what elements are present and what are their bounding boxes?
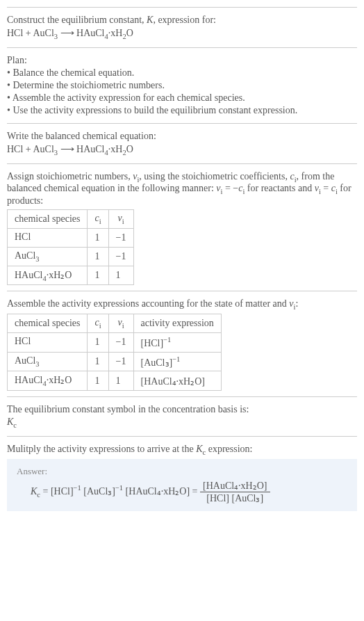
kc: K: [7, 417, 13, 427]
section-assign: Assign stoichiometric numbers, νi, using…: [7, 163, 357, 291]
header-suffix: , expression for:: [153, 15, 216, 25]
product-end: O: [126, 144, 133, 154]
table-row: HCl 1 −1 [HCl]−1: [8, 332, 222, 352]
col-activity: activity expression: [133, 314, 221, 333]
c-cell: 1: [88, 228, 108, 247]
reaction-balanced: HCl + AuCl3 ⟶ HAuCl4·xH2O: [7, 143, 357, 156]
intro-prefix: Assemble the activity expressions accoun…: [7, 298, 289, 309]
answer-block: Answer: Kc = [HCl]−1 [AuCl₃]−1 [HAuCl₄·x…: [7, 459, 357, 511]
c-cell: 1: [88, 371, 108, 391]
plan-bullet: • Use the activity expressions to build …: [7, 105, 357, 116]
table-row: HCl 1 −1: [8, 228, 134, 247]
table-header-row: chemical species ci νi: [8, 210, 134, 229]
kc-sub: c: [13, 421, 17, 429]
product: HAuCl: [76, 144, 104, 154]
species-cell: HAuCl4·xH₂O: [8, 266, 88, 285]
reactant-2: AuCl: [33, 144, 53, 154]
nu-h-sub: i: [122, 322, 124, 330]
section-balanced: Write the balanced chemical equation: HC…: [7, 123, 357, 163]
table-row: AuCl3 1 −1 [AuCl₃]−1: [8, 352, 222, 371]
arrow: ⟶: [58, 144, 76, 154]
term2-sup: −1: [115, 484, 123, 492]
plan-bullet: • Balance the chemical equation.: [7, 67, 357, 79]
header-K: K: [147, 15, 153, 25]
plan-bullet: • Assemble the activity expression for e…: [7, 92, 357, 104]
nu-h-sub: i: [122, 218, 124, 225]
kc: K: [31, 485, 37, 496]
c-cell: 1: [88, 247, 108, 266]
numerator: [HAuCl₄·xH₂O]: [200, 480, 270, 492]
species-cell: HCl: [8, 332, 88, 352]
act: [HAuCl₄·xH₂O]: [141, 376, 206, 387]
section-activity: Assemble the activity expressions accoun…: [7, 291, 357, 396]
sp: HCl: [15, 336, 31, 346]
c-cell: 1: [88, 352, 108, 371]
act-cell: [AuCl₃]−1: [133, 352, 221, 371]
answer-expression: Kc = [HCl]−1 [AuCl₃]−1 [HAuCl₄·xH₂O] = […: [17, 480, 347, 504]
table-row: AuCl3 1 −1: [8, 247, 134, 266]
sp-sub: 3: [35, 255, 39, 263]
sp: AuCl: [15, 355, 35, 366]
sp-tail: ·xH₂O: [47, 270, 72, 280]
mult-prefix: Mulitply the activity expressions to arr…: [7, 444, 196, 454]
sp-tail: ·xH₂O: [47, 375, 72, 385]
sp: HCl: [15, 232, 31, 242]
v-cell: 1: [108, 371, 133, 391]
col-ci: ci: [88, 210, 108, 229]
kc: K: [196, 444, 202, 454]
product: HAuCl: [76, 28, 104, 38]
col-species: chemical species: [8, 314, 88, 333]
reactant-1: HCl: [7, 28, 23, 38]
plus-sign: +: [23, 144, 33, 154]
header-line: Construct the equilibrium constant, K, e…: [7, 15, 357, 26]
product-mid: ·xH: [108, 28, 123, 38]
table-header-row: chemical species ci νi activity expressi…: [8, 314, 222, 333]
assign-t: Assign stoichiometric numbers,: [7, 171, 133, 182]
reactant-1: HCl: [7, 144, 23, 154]
c-h-sub: i: [99, 322, 101, 330]
denominator: [HCl] [AuCl₃]: [200, 492, 270, 504]
c-h-sub: i: [99, 218, 101, 225]
product-mid: ·xH: [108, 144, 123, 154]
section-plan: Plan: • Balance the chemical equation. •…: [7, 47, 357, 123]
v-cell: −1: [108, 228, 133, 247]
species-cell: AuCl3: [8, 247, 88, 266]
assign-t: , using the stoichiometric coefficients,: [139, 171, 290, 182]
sp: AuCl: [15, 250, 35, 261]
table-row: HAuCl4·xH₂O 1 1 [HAuCl₄·xH₂O]: [8, 371, 222, 391]
activity-table: chemical species ci νi activity expressi…: [7, 314, 222, 391]
answer-label: Answer:: [17, 466, 347, 477]
header-prefix: Construct the equilibrium constant,: [7, 15, 147, 25]
term2: [AuCl₃]: [81, 485, 115, 496]
mult-suffix: expression:: [206, 444, 252, 454]
plan-bullet: • Determine the stoichiometric numbers.: [7, 80, 357, 91]
act-sup: −1: [163, 336, 171, 344]
act-cell: [HAuCl₄·xH₂O]: [133, 371, 221, 391]
v-cell: 1: [108, 266, 133, 285]
section-basis: The equilibrium constant symbol in the c…: [7, 396, 357, 436]
table-row: HAuCl4·xH₂O 1 1: [8, 266, 134, 285]
v-cell: −1: [108, 352, 133, 371]
plan-title: Plan:: [7, 55, 357, 66]
species-cell: HAuCl4·xH₂O: [8, 371, 88, 391]
basis-symbol: Kc: [7, 417, 357, 429]
section-header: Construct the equilibrium constant, K, e…: [7, 7, 357, 47]
species-cell: AuCl3: [8, 352, 88, 371]
section-multiply: Mulitply the activity expressions to arr…: [7, 436, 357, 517]
sp: HAuCl: [15, 375, 42, 385]
balanced-title: Write the balanced chemical equation:: [7, 131, 357, 142]
v-cell: −1: [108, 247, 133, 266]
product-end: O: [126, 28, 133, 38]
assign-text: Assign stoichiometric numbers, νi, using…: [7, 171, 357, 207]
plus-sign: +: [23, 28, 33, 38]
col-ci: ci: [88, 314, 108, 333]
eq: = −: [222, 183, 238, 193]
act-sup: −1: [172, 355, 180, 363]
equals: =: [40, 485, 51, 496]
col-species: chemical species: [8, 210, 88, 229]
assign-t: for reactants and: [245, 183, 314, 193]
term1-sup: −1: [74, 484, 81, 492]
fraction: [HAuCl₄·xH₂O][HCl] [AuCl₃]: [200, 480, 270, 504]
reactant-2: AuCl: [33, 28, 53, 38]
c-cell: 1: [88, 266, 108, 285]
